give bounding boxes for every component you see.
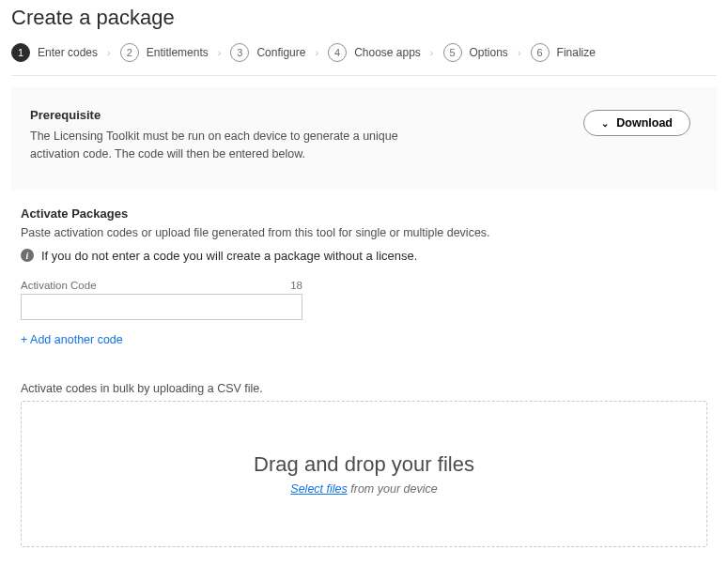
dropzone-suffix: from your device — [348, 482, 438, 496]
step-entitlements[interactable]: 2 Entitlements — [120, 43, 209, 62]
step-enter-codes[interactable]: 1 Enter codes — [11, 43, 98, 62]
step-label: Enter codes — [38, 46, 98, 59]
step-finalize[interactable]: 6 Finalize — [531, 43, 596, 62]
chevron-down-icon: ⌄ — [601, 118, 609, 129]
activate-subtext: Paste activation codes or upload file ge… — [21, 226, 707, 239]
prerequisite-text: The Licensing Toolkit must be run on eac… — [30, 128, 406, 163]
step-number: 3 — [230, 43, 249, 62]
activate-heading: Activate Packages — [21, 206, 707, 221]
step-label: Entitlements — [147, 46, 209, 59]
step-label: Configure — [256, 46, 305, 59]
step-label: Choose apps — [354, 46, 421, 59]
add-another-code-link[interactable]: + Add another code — [21, 333, 123, 346]
chevron-right-icon: › — [514, 47, 525, 58]
step-configure[interactable]: 3 Configure — [230, 43, 305, 62]
wizard-steps: 1 Enter codes › 2 Entitlements › 3 Confi… — [11, 43, 717, 76]
dropzone-title: Drag and drop your files — [254, 452, 474, 477]
step-label: Finalize — [557, 46, 596, 59]
prerequisite-panel: Prerequisite The Licensing Toolkit must … — [11, 87, 717, 190]
step-number: 2 — [120, 43, 139, 62]
dropzone-subtitle: Select files from your device — [290, 482, 437, 496]
select-files-link[interactable]: Select files — [290, 482, 347, 496]
activation-code-input[interactable] — [21, 294, 302, 320]
step-options[interactable]: 5 Options — [443, 43, 508, 62]
chevron-right-icon: › — [214, 47, 225, 58]
step-choose-apps[interactable]: 4 Choose apps — [328, 43, 421, 62]
info-icon: i — [21, 249, 34, 262]
activation-code-label: Activation Code — [21, 280, 97, 291]
step-label: Options — [470, 46, 508, 59]
step-number: 6 — [531, 43, 550, 62]
chevron-right-icon: › — [426, 47, 438, 58]
file-dropzone[interactable]: Drag and drop your files Select files fr… — [21, 401, 707, 547]
bulk-upload-label: Activate codes in bulk by uploading a CS… — [21, 382, 707, 395]
chevron-right-icon: › — [103, 47, 115, 58]
footer-actions: Cancel Previous Next — [11, 547, 717, 566]
step-number: 5 — [443, 43, 462, 62]
download-label: Download — [616, 116, 673, 130]
activate-info-text: If you do not enter a code you will crea… — [41, 249, 417, 263]
chevron-right-icon: › — [311, 47, 322, 58]
step-number: 4 — [328, 43, 347, 62]
page-title: Create a package — [11, 6, 717, 30]
download-button[interactable]: ⌄ Download — [583, 110, 690, 136]
step-number: 1 — [11, 43, 30, 62]
activate-info: i If you do not enter a code you will cr… — [21, 249, 707, 263]
activation-code-charcount: 18 — [290, 280, 302, 291]
